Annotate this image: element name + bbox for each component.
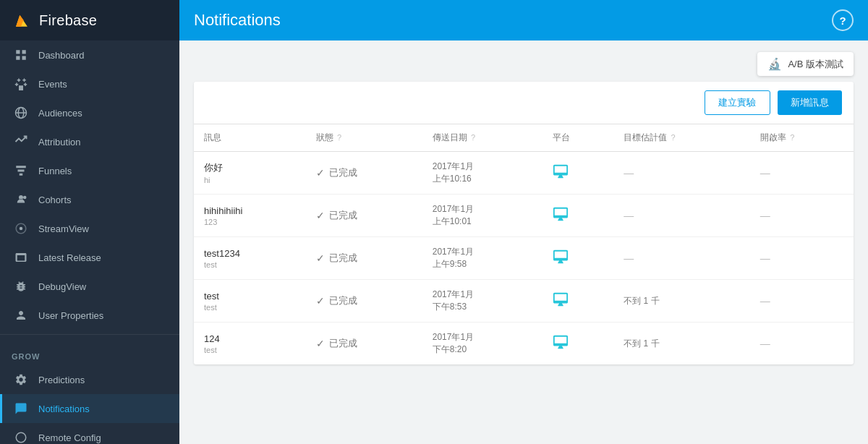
open-rate-value: — [760, 210, 770, 221]
firebase-logo [12, 10, 32, 30]
svg-rect-5 [16, 56, 20, 60]
table-body: 你好hi✓已完成2017年1月上午10:16 ——hihihihiihi123✓… [194, 152, 854, 365]
sidebar-item-user-properties[interactable]: User Properties [0, 301, 179, 330]
new-message-button[interactable]: 新增訊息 [778, 90, 842, 115]
sidebar-header: Firebase [0, 0, 179, 40]
sidebar-item-predictions-label: Predictions [38, 375, 85, 385]
table-header-row: 訊息 狀態 ? 傳送日期 ? 平台 目標估計值 ? 開啟率 ? [194, 124, 854, 152]
target-estimate-value: — [624, 167, 634, 179]
cell-status: ✓已完成 [306, 280, 422, 323]
table-row: 124test✓已完成2017年1月下午8:20 不到 1 千— [194, 323, 854, 365]
cell-status: ✓已完成 [306, 237, 422, 280]
check-icon: ✓ [316, 252, 325, 264]
remote-config-icon [14, 430, 28, 444]
svg-rect-3 [16, 50, 20, 54]
sidebar-item-attribution[interactable]: Attribution [0, 127, 179, 156]
sidebar-divider [0, 334, 179, 335]
status-text: 已完成 [329, 294, 357, 307]
date-line2: 上午10:01 [433, 215, 532, 228]
col-platform: 平台 [542, 124, 614, 152]
svg-rect-10 [16, 166, 26, 168]
open-rate-value: — [760, 338, 770, 349]
date-line1: 2017年1月 [433, 331, 532, 343]
message-title: 124 [204, 333, 296, 344]
sidebar-item-debugview[interactable]: DebugView [0, 272, 179, 301]
topbar: Notifications ? [179, 0, 868, 40]
ab-testing-banner: 🔬 A/B 版本測試 [194, 52, 854, 76]
col-open-rate: 開啟率 ? [750, 124, 854, 152]
status-text: 已完成 [329, 337, 357, 350]
sidebar-item-notifications[interactable]: Notifications [0, 394, 179, 423]
platform-icon [553, 252, 569, 268]
cell-date: 2017年1月下午8:20 [422, 323, 542, 365]
cell-date: 2017年1月上午10:16 [422, 152, 542, 195]
streamview-icon [14, 221, 28, 236]
dashboard-icon [14, 48, 28, 62]
sidebar-item-events[interactable]: Events [0, 69, 179, 98]
debugview-icon [14, 279, 28, 294]
sidebar-item-remote-config[interactable]: Remote Config [0, 423, 179, 444]
cell-open-rate: — [750, 323, 854, 365]
date-line1: 2017年1月 [433, 203, 532, 215]
sidebar-item-cohorts-label: Cohorts [38, 195, 72, 205]
attribution-icon [14, 135, 28, 149]
sidebar-grow-items: Predictions Notifications Remote Config … [0, 365, 179, 444]
platform-icon [553, 337, 569, 353]
date-line1: 2017年1月 [433, 289, 532, 301]
sidebar-item-audiences[interactable]: Audiences [0, 98, 179, 127]
funnels-icon [14, 163, 28, 178]
sidebar-analytics-items: Dashboard Events Audiences Attribution F… [0, 40, 179, 330]
sidebar-item-latest-release[interactable]: Latest Release [0, 243, 179, 272]
sidebar-item-predictions[interactable]: Predictions [0, 365, 179, 394]
cell-status: ✓已完成 [306, 323, 422, 365]
cell-status: ✓已完成 [306, 152, 422, 195]
cell-date: 2017年1月上午9:58 [422, 237, 542, 280]
open-rate-value: — [760, 252, 770, 264]
cell-date: 2017年1月上午10:01 [422, 195, 542, 237]
col-status: 狀態 ? [306, 124, 422, 152]
cell-open-rate: — [750, 152, 854, 195]
sidebar-item-events-label: Events [38, 79, 67, 90]
target-estimate-value: 不到 1 千 [624, 296, 659, 306]
svg-rect-4 [22, 50, 26, 54]
latest-release-icon [14, 250, 28, 265]
sidebar-item-funnels[interactable]: Funnels [0, 156, 179, 185]
sidebar-item-cohorts[interactable]: Cohorts [0, 185, 179, 214]
sidebar-item-streamview-label: StreamView [38, 223, 89, 234]
table-row: testtest✓已完成2017年1月下午8:53 不到 1 千— [194, 280, 854, 323]
sidebar-item-streamview[interactable]: StreamView [0, 214, 179, 243]
check-icon: ✓ [316, 167, 325, 179]
cell-open-rate: — [750, 195, 854, 237]
svg-point-13 [23, 196, 27, 200]
events-icon [14, 77, 28, 91]
cell-message: 124test [194, 323, 306, 365]
table-row: 你好hi✓已完成2017年1月上午10:16 —— [194, 152, 854, 195]
check-icon: ✓ [316, 210, 325, 221]
open-rate-value: — [760, 167, 770, 179]
message-subtitle: test [204, 346, 296, 354]
notifications-icon [14, 401, 28, 416]
platform-icon [553, 209, 569, 225]
notifications-table: 訊息 狀態 ? 傳送日期 ? 平台 目標估計值 ? 開啟率 ? 你好hi✓已完成… [194, 124, 854, 364]
status-text: 已完成 [329, 209, 357, 222]
content-area: 🔬 A/B 版本測試 建立實驗 新增訊息 訊息 狀態 ? 傳送日期 ? 平台 目… [179, 40, 868, 444]
cell-target-estimate: — [613, 152, 750, 195]
message-title: test1234 [204, 248, 296, 259]
cell-target-estimate: — [613, 237, 750, 280]
col-message: 訊息 [194, 124, 306, 152]
notifications-table-card: 建立實驗 新增訊息 訊息 狀態 ? 傳送日期 ? 平台 目標估計值 ? 開啟率 … [194, 82, 854, 364]
status-text: 已完成 [329, 252, 357, 265]
help-button[interactable]: ? [832, 9, 854, 31]
sidebar-item-dashboard[interactable]: Dashboard [0, 40, 179, 69]
message-title: hihihihiihi [204, 205, 296, 216]
target-estimate-value: — [624, 210, 634, 221]
check-icon: ✓ [316, 338, 325, 349]
ab-badge[interactable]: 🔬 A/B 版本測試 [757, 52, 854, 76]
target-estimate-value: — [624, 252, 634, 264]
cell-open-rate: — [750, 237, 854, 280]
create-experiment-button[interactable]: 建立實驗 [705, 90, 770, 115]
sidebar-item-audiences-label: Audiences [38, 108, 82, 119]
cell-message: test1234test [194, 237, 306, 280]
table-toolbar: 建立實驗 新增訊息 [194, 82, 854, 124]
message-title: 你好 [204, 161, 296, 174]
